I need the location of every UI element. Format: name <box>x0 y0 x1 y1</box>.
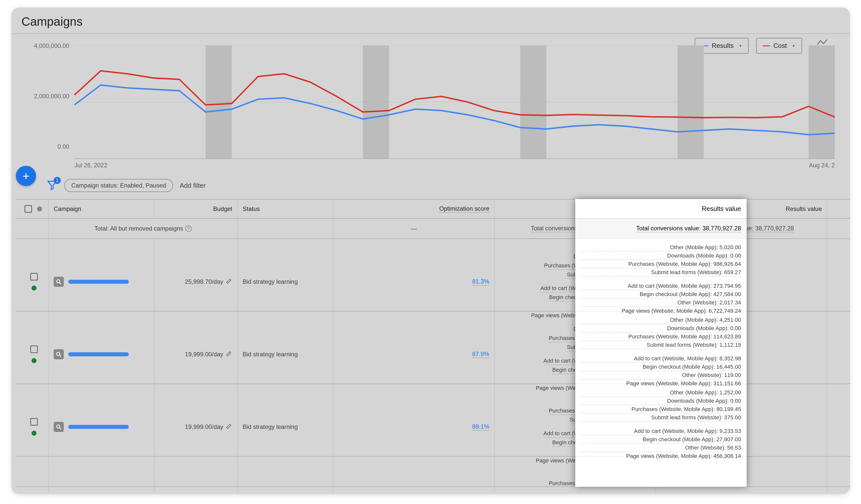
svg-point-9 <box>57 280 60 283</box>
svg-line-10 <box>59 283 61 284</box>
y-tick-0: 0.00 <box>26 143 69 150</box>
row-checkbox[interactable] <box>30 418 38 426</box>
col-optimization[interactable]: Optimization score <box>333 200 495 218</box>
edit-budget-icon[interactable] <box>226 423 232 431</box>
add-campaign-fab[interactable]: + <box>16 166 36 186</box>
results-value-cell <box>575 457 747 487</box>
page-header: Campaigns <box>11 8 850 34</box>
filter-bar: 1 Campaign status: Enabled, Paused Add f… <box>46 179 835 192</box>
edit-budget-icon[interactable] <box>226 278 232 286</box>
budget-value: 25,998.70/day <box>185 278 223 285</box>
col-campaign[interactable]: Campaign <box>49 200 154 218</box>
col-sion-goals[interactable]: sion goals <box>827 200 850 218</box>
results-value-cell: Other (Mobile App): 1,252.00Downloads (M… <box>575 384 747 457</box>
optimization-score-link[interactable]: 81.3% <box>472 278 489 286</box>
total-opt: — <box>333 219 495 239</box>
status-column-icon[interactable] <box>37 206 42 212</box>
campaign-name-link[interactable] <box>68 352 129 356</box>
col-results-value-highlight[interactable]: Results value <box>575 199 747 219</box>
svg-point-11 <box>57 352 60 356</box>
col-status[interactable]: Status <box>237 200 333 218</box>
budget-value: 19,999.00/day <box>185 423 223 431</box>
row-checkbox[interactable] <box>30 345 38 353</box>
status-dot-icon <box>31 358 37 363</box>
budget-value: 19,999.00/day <box>185 351 223 358</box>
campaign-name-link[interactable] <box>68 280 129 284</box>
filter-icon-button[interactable]: 1 <box>46 179 58 191</box>
results-value-highlight: Results value Total conversions value: 3… <box>575 199 747 487</box>
status-dot-icon <box>31 286 37 290</box>
campaign-type-icon <box>54 422 64 432</box>
campaign-name-link[interactable] <box>68 425 129 429</box>
x-label-start: Jul 26, 2022 <box>74 162 107 169</box>
svg-point-13 <box>57 425 60 428</box>
filter-count-badge: 1 <box>54 177 61 184</box>
conversion-goals-cell <box>827 457 850 492</box>
total-label: Total: All but removed campaigns <box>94 225 183 232</box>
x-label-end: Aug 24, 2 <box>809 162 835 169</box>
campaign-type-icon <box>54 277 64 287</box>
select-all-checkbox[interactable] <box>25 205 32 213</box>
svg-line-14 <box>59 428 61 429</box>
help-icon[interactable]: ? <box>185 225 192 232</box>
y-tick-1: 2,000,000.00 <box>26 93 69 100</box>
results-value-cell: Other (Mobile App): 4,251.00Downloads (M… <box>575 312 747 384</box>
line-chart-svg <box>26 45 835 159</box>
y-tick-2: 4,000,000.00 <box>26 42 69 50</box>
optimization-score-link[interactable]: 87.9% <box>472 351 489 358</box>
chart-area: 4,000,000.00 2,000,000.00 0.00 Jul 26, 2… <box>26 45 835 159</box>
edit-budget-icon[interactable] <box>226 350 232 358</box>
status-cell <box>237 457 333 492</box>
status-dot-icon <box>31 431 37 436</box>
row-checkbox[interactable] <box>30 273 38 281</box>
total-results-value-highlight: Total conversions value: 38,770,927.28 <box>575 219 747 239</box>
svg-line-12 <box>59 355 61 357</box>
page-title: Campaigns <box>22 15 83 28</box>
results-value-cell: Other (Mobile App): 5,020.00Downloads (M… <box>575 239 747 312</box>
optimization-score-link[interactable]: 89.1% <box>472 423 489 431</box>
status-filter-chip[interactable]: Campaign status: Enabled, Paused <box>64 179 173 192</box>
campaign-type-icon <box>54 349 64 359</box>
add-filter-button[interactable]: Add filter <box>180 182 206 190</box>
plus-icon: + <box>23 169 29 183</box>
col-budget[interactable]: Budget <box>154 200 237 218</box>
